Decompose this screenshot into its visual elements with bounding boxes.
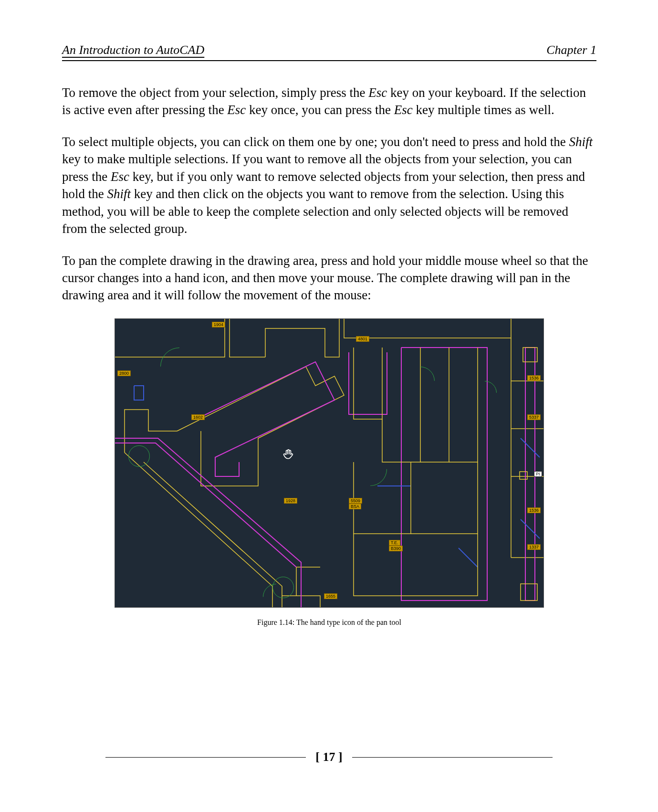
body-paragraph-2: To select multiple objects, you can clic… xyxy=(62,133,596,238)
column-circle xyxy=(128,445,150,467)
text-run-italic: Esc xyxy=(227,103,246,117)
text-run: key once, you can press the xyxy=(246,103,394,117)
body-paragraph-3: To pan the complete drawing in the drawi… xyxy=(62,252,596,304)
text-run: To remove the object from your selection… xyxy=(62,85,368,100)
text-run-italic: Shift xyxy=(569,135,593,149)
tag-label: 4801 xyxy=(356,336,369,342)
text-run-italic: Esc xyxy=(368,85,387,100)
tag-label: 1536 xyxy=(527,375,541,381)
tag-label: B390 xyxy=(389,546,403,551)
tag-label: 1602 xyxy=(191,414,205,420)
tag-label: 1536 xyxy=(527,507,541,513)
figure-caption: Figure 1.14: The hand type icon of the p… xyxy=(62,618,596,627)
text-run-italic: Esc xyxy=(394,103,413,117)
text-run-italic: Esc xyxy=(111,169,129,184)
footer-rule-right xyxy=(352,757,553,758)
tag-label: 2800 xyxy=(117,370,131,376)
tag-label: 1928 xyxy=(284,498,297,504)
tag-label: BSA xyxy=(349,504,361,509)
text-run: key multiple times as well. xyxy=(413,103,554,117)
column-circle xyxy=(272,577,294,598)
page-footer: [ 17 ] xyxy=(0,750,658,764)
page-number: [ 17 ] xyxy=(306,750,352,764)
page-header: An Introduction to AutoCAD Chapter 1 xyxy=(62,43,596,61)
running-head-right: Chapter 1 xyxy=(546,43,596,57)
tag-label: T.E. xyxy=(389,540,400,546)
tag-label: 5509 xyxy=(349,498,362,504)
running-head-left: An Introduction to AutoCAD xyxy=(62,43,204,57)
autocad-screenshot: 1904 2800 4801 1536 5337 1602 PI 1928 55… xyxy=(115,318,544,608)
tag-label: PI xyxy=(534,471,542,477)
body-paragraph-1: To remove the object from your selection… xyxy=(62,84,596,119)
text-run-italic: Shift xyxy=(107,187,131,201)
tag-label: 1337 xyxy=(527,544,541,550)
tag-label: 5337 xyxy=(527,414,541,420)
footer-rule-left xyxy=(105,757,306,758)
tag-label: 1655 xyxy=(324,593,337,599)
text-run: To select multiple objects, you can clic… xyxy=(62,135,569,149)
figure-container: 1904 2800 4801 1536 5337 1602 PI 1928 55… xyxy=(62,318,596,608)
tag-label: 1904 xyxy=(212,322,225,327)
text-run: key and then click on the objects you wa… xyxy=(62,187,568,236)
svg-rect-1 xyxy=(520,472,527,479)
